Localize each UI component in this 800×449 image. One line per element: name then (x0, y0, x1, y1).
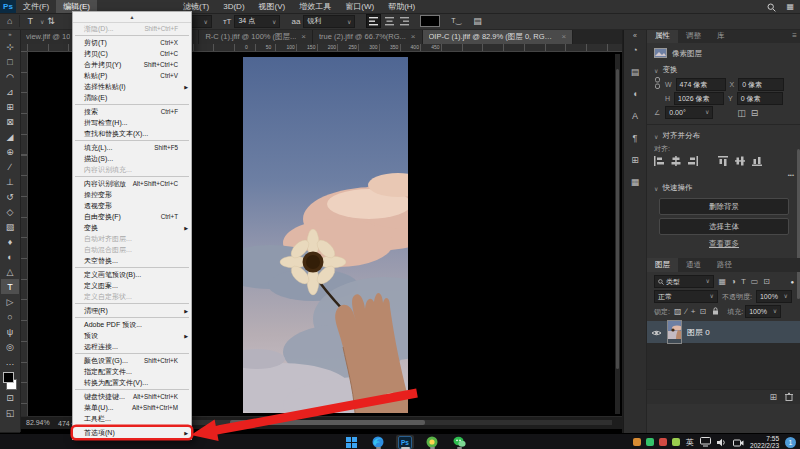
globe-app-icon[interactable] (423, 435, 441, 449)
tray-app3-icon[interactable] (659, 438, 667, 446)
photoshop-taskbar-icon[interactable]: Ps (396, 435, 414, 449)
healing-brush-tool-icon[interactable]: ⊕ (1, 144, 19, 159)
menu-item[interactable]: 变换 ▶ (73, 222, 191, 233)
align-text-left-button[interactable] (366, 14, 381, 28)
quick-mask-icon[interactable]: ⊡ (1, 390, 19, 405)
frame-tool-icon[interactable]: ⊠ (1, 114, 19, 129)
layer-visibility-icon[interactable] (651, 323, 662, 341)
menu-item[interactable]: 颜色设置(G)... Shift+Ctrl+K (73, 355, 191, 366)
lock-all-icon[interactable] (712, 307, 719, 317)
foreground-color-swatch[interactable] (3, 372, 14, 383)
font-size-select[interactable]: 34 点∨ (234, 15, 280, 28)
layer-row[interactable]: 图层 0 (647, 321, 800, 343)
document-vertical-scrollbar[interactable] (615, 54, 620, 414)
menu-item[interactable]: 定义画笔预设(B)... (73, 269, 191, 280)
expand-panels-icon[interactable]: « (624, 29, 646, 39)
libraries-icon[interactable]: ▦ (624, 171, 646, 193)
tray-app2-icon[interactable] (646, 438, 654, 446)
character-icon[interactable]: A (624, 105, 646, 127)
menu-item[interactable]: 透视变形 (73, 200, 191, 211)
menu-item[interactable]: 拷贝(C) Ctrl+C (73, 48, 191, 59)
document-tab[interactable]: R-C (1).jfif @ 100% (图层... × (199, 29, 313, 44)
gauge-icon[interactable]: ◔ (624, 39, 646, 61)
panel-tab[interactable]: 通道 (678, 258, 709, 272)
align-section-header[interactable]: ∨对齐并分布 (647, 129, 800, 143)
anti-alias-select[interactable]: 锐利∨ (303, 15, 355, 28)
clone-stamp-tool-icon[interactable]: ⊥ (1, 174, 19, 189)
menu-item[interactable]: 自动混合图层... (73, 244, 191, 255)
edge-icon[interactable] (369, 435, 387, 449)
tray-app4-icon[interactable] (672, 438, 680, 446)
adjustments-icon[interactable]: ⊞ (624, 149, 646, 171)
menu-item[interactable]: 自动对齐图层... (73, 233, 191, 244)
x-field[interactable]: 0 像素 (738, 78, 784, 91)
lock-artboard-icon[interactable]: ⊡ (700, 307, 707, 316)
menu-item[interactable]: 渐隐(D)... Shift+Ctrl+F (73, 23, 191, 34)
height-field[interactable]: 1026 像素 (674, 92, 724, 105)
menu-item[interactable]: 指定配置文件... (73, 366, 191, 377)
menu-item[interactable]: 剪切(T) Ctrl+X (73, 37, 191, 48)
lock-pixels-icon[interactable]: ∕ (686, 307, 687, 316)
rotation-field[interactable]: 0.00°∨ (665, 106, 713, 119)
hand-tool-icon[interactable]: ψ (1, 324, 19, 339)
menu-item[interactable]: 描边(S)... (73, 153, 191, 164)
panel-tab[interactable]: 路径 (709, 258, 740, 272)
panel-tab[interactable]: 图层 (647, 258, 678, 272)
pen-tool-icon[interactable]: △ (1, 264, 19, 279)
menu-item[interactable]: 转换为配置文件(V)... (73, 377, 191, 388)
history-brush-tool-icon[interactable]: ↺ (1, 189, 19, 204)
new-layer-icon[interactable]: ⊞ (769, 392, 777, 402)
document-horizontal-scrollbar[interactable] (190, 420, 612, 425)
panel-menu-icon[interactable]: ≡ (792, 31, 797, 40)
paragraph-icon[interactable]: ¶ (624, 127, 646, 149)
layer-thumbnail[interactable] (667, 320, 682, 344)
panel-tab[interactable]: 库 (709, 29, 733, 43)
marquee-tool-icon[interactable]: □ (1, 54, 19, 69)
align-top-edges-icon[interactable] (718, 156, 728, 168)
menu-item[interactable]: 预设 ▶ (73, 330, 191, 341)
menu-item[interactable]: 清除(E) (73, 92, 191, 103)
close-tab-icon[interactable]: × (562, 32, 567, 41)
delete-layer-icon[interactable] (785, 392, 793, 403)
color-swatches[interactable] (3, 372, 17, 390)
speaker-icon[interactable] (717, 433, 727, 449)
collapse-tools-icon[interactable]: » (8, 29, 11, 39)
filter-pixel-icon[interactable]: ▦ (719, 277, 727, 286)
comment-icon[interactable]: ◖ (624, 83, 646, 105)
shape-tool-icon[interactable]: ○ (1, 309, 19, 324)
menubar-item[interactable]: 窗口(W) (338, 0, 381, 13)
menu-item[interactable]: 内容识别缩放 Alt+Shift+Ctrl+C (73, 178, 191, 189)
menu-item[interactable]: 内容识别填充... (73, 164, 191, 175)
menu-item[interactable]: 合并拷贝(Y) Shift+Ctrl+C (73, 59, 191, 70)
lasso-tool-icon[interactable]: ◠ (1, 69, 19, 84)
menu-item[interactable]: 定义图案... (73, 280, 191, 291)
close-tab-icon[interactable]: × (301, 32, 306, 41)
home-icon[interactable]: ⌂ (4, 16, 15, 26)
object-selection-tool-icon[interactable]: ⊿ (1, 84, 19, 99)
opacity-select[interactable]: 100%∨ (756, 290, 792, 303)
align-left-edges-icon[interactable] (654, 156, 664, 168)
monitor-icon[interactable] (700, 433, 711, 449)
menu-item[interactable]: 远程连接... (73, 341, 191, 352)
blur-tool-icon[interactable]: ♦ (1, 234, 19, 249)
menu-item[interactable]: 键盘快捷键... Alt+Shift+Ctrl+K (73, 391, 191, 402)
y-field[interactable]: 0 像素 (737, 92, 783, 105)
lock-transparent-icon[interactable]: ▨ (674, 307, 682, 316)
move-tool-icon[interactable]: ⊹ (1, 39, 19, 54)
select-subject-button[interactable]: 选择主体 (659, 218, 789, 235)
notification-badge[interactable]: 1 (785, 437, 796, 448)
menubar-item[interactable]: 文件(F) (16, 0, 56, 13)
menubar-item[interactable]: 增效工具 (292, 0, 338, 13)
brushes-icon[interactable]: ▤ (624, 61, 646, 83)
align-text-right-button[interactable] (398, 15, 411, 27)
start-button[interactable] (342, 435, 360, 449)
dodge-tool-icon[interactable]: ◐ (1, 249, 19, 264)
type-tool-icon[interactable]: T (1, 279, 19, 294)
menu-item[interactable]: 首选项(N) ▶ (73, 427, 191, 438)
layer-name[interactable]: 图层 0 (687, 327, 710, 338)
gradient-tool-icon[interactable]: ▧ (1, 219, 19, 234)
crop-tool-icon[interactable]: ⊞ (1, 99, 19, 114)
type-tool-preset-icon[interactable]: T (24, 16, 36, 26)
remove-background-button[interactable]: 删除背景 (659, 198, 789, 215)
text-orientation-icon[interactable]: ⇅ (44, 16, 58, 26)
